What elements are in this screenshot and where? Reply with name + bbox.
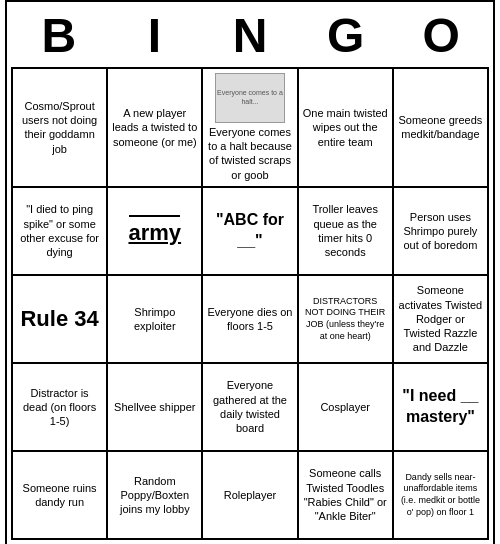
cell-r3c0: Distractor is dead (on floors 1-5) (13, 364, 108, 452)
letter-o: O (393, 6, 489, 67)
cell-r3c1: Shellvee shipper (108, 364, 203, 452)
cell-r4c4: Dandy sells near-unaffordable items (i.e… (394, 452, 489, 540)
cell-r0c4: Someone greeds medkit/bandage (394, 69, 489, 188)
cell-r3c2: Everyone gathered at the daily twisted b… (203, 364, 298, 452)
cell-r3c4: "I need __ mastery" (394, 364, 489, 452)
cell-r3c3: Cosplayer (299, 364, 394, 452)
cell-r2c4: Someone activates Twisted Rodger or Twis… (394, 276, 489, 364)
cell-r2c3: DISTRACTORS NOT DOING THEIR JOB (unless … (299, 276, 394, 364)
cell-r4c0: Someone ruins dandy run (13, 452, 108, 540)
cell-r2c1: Shrimpo exploiter (108, 276, 203, 364)
cell-r4c2: Roleplayer (203, 452, 298, 540)
cell-r1c3: Troller leaves queue as the timer hits 0… (299, 188, 394, 276)
screenshot-image: Everyone comes to a halt... (215, 73, 285, 123)
cell-r2c2: Everyone dies on floors 1-5 (203, 276, 298, 364)
bingo-header: B I N G O (11, 6, 489, 67)
letter-i: I (107, 6, 203, 67)
cell-r1c1: army (108, 188, 203, 276)
letter-n: N (202, 6, 298, 67)
bingo-card: B I N G O Cosmo/Sprout users not doing t… (5, 0, 495, 544)
cell-r2c0: Rule 34 (13, 276, 108, 364)
cell-r1c4: Person uses Shrimpo purely out of boredo… (394, 188, 489, 276)
letter-g: G (298, 6, 394, 67)
cell-r1c2: "ABC for __" (203, 188, 298, 276)
bingo-grid: Cosmo/Sprout users not doing their godda… (11, 67, 489, 540)
cell-r0c0: Cosmo/Sprout users not doing their godda… (13, 69, 108, 188)
cell-r0c1: A new player leads a twisted to someone … (108, 69, 203, 188)
letter-b: B (11, 6, 107, 67)
cell-r4c3: Someone calls Twisted Toodles "Rabies Ch… (299, 452, 394, 540)
cell-r1c0: "I died to ping spike" or some other exc… (13, 188, 108, 276)
cell-r0c3: One main twisted wipes out the entire te… (299, 69, 394, 188)
cell-r0c2: Everyone comes to a halt... Everyone com… (203, 69, 298, 188)
cell-r4c1: Random Poppy/Boxten joins my lobby (108, 452, 203, 540)
